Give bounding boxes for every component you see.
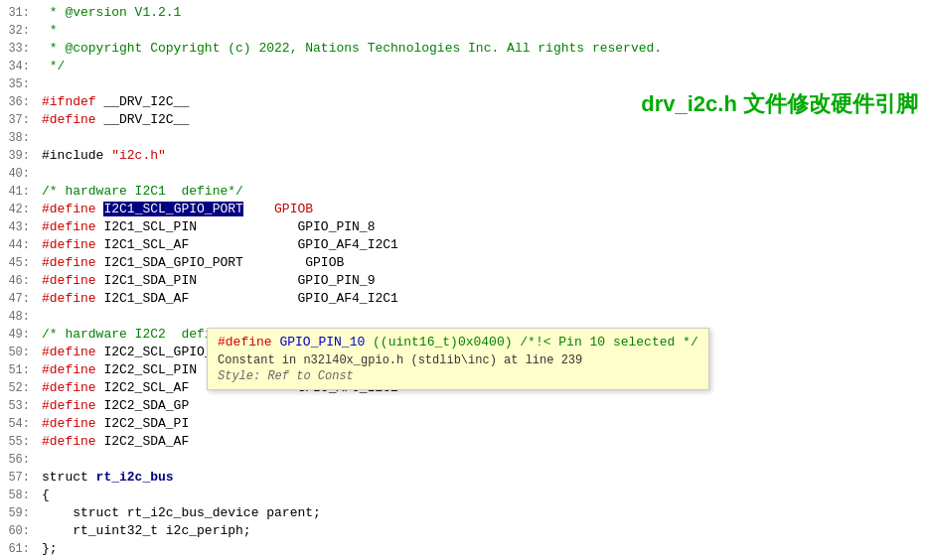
code-line: 31: * @version V1.2.1 bbox=[0, 4, 928, 22]
line-content: */ bbox=[38, 58, 928, 75]
code-area: 31: * @version V1.2.132: *33: * @copyrig… bbox=[0, 0, 928, 560]
line-content: #define I2C2_SDA_PI bbox=[38, 415, 928, 433]
code-line: 56: bbox=[0, 451, 928, 469]
line-content: struct rt_i2c_bus_device parent; bbox=[38, 504, 928, 522]
code-line: 32: * bbox=[0, 22, 928, 40]
line-number: 60: bbox=[0, 522, 38, 540]
line-number: 33: bbox=[0, 40, 38, 58]
code-line: 34: */ bbox=[0, 58, 928, 75]
line-content: #include "i2c.h" bbox=[38, 147, 928, 165]
line-number: 45: bbox=[0, 254, 38, 272]
line-number: 61: bbox=[0, 540, 38, 558]
line-content: * @version V1.2.1 bbox=[38, 4, 928, 22]
code-line: 45:#define I2C1_SDA_GPIO_PORT GPIOB bbox=[0, 254, 928, 272]
line-number: 42: bbox=[0, 201, 38, 218]
line-content bbox=[38, 451, 928, 469]
code-line: 40: bbox=[0, 165, 928, 183]
line-content bbox=[38, 165, 928, 183]
line-content: #define I2C1_SCL_GPIO_PORT GPIOB bbox=[38, 201, 928, 218]
line-content: #define I2C1_SDA_GPIO_PORT GPIOB bbox=[38, 254, 928, 272]
line-content: * @copyright Copyright (c) 2022, Nations… bbox=[38, 40, 928, 58]
line-number: 36: bbox=[0, 93, 38, 111]
line-number: 58: bbox=[0, 487, 38, 504]
code-line: 48: bbox=[0, 308, 928, 326]
code-line: 39:#include "i2c.h" bbox=[0, 147, 928, 165]
line-number: 56: bbox=[0, 451, 38, 469]
line-number: 55: bbox=[0, 433, 38, 451]
tooltip-location: Constant in n32l40x_gpio.h (stdlib\inc) … bbox=[218, 353, 698, 367]
line-number: 51: bbox=[0, 361, 38, 379]
line-number: 35: bbox=[0, 75, 38, 93]
line-content: #define I2C1_SCL_PIN GPIO_PIN_8 bbox=[38, 218, 928, 236]
line-content: * bbox=[38, 22, 928, 40]
code-line: 38: bbox=[0, 129, 928, 147]
line-number: 38: bbox=[0, 129, 38, 147]
line-content: #define I2C1_SDA_AF GPIO_AF4_I2C1 bbox=[38, 290, 928, 308]
code-line: 33: * @copyright Copyright (c) 2022, Nat… bbox=[0, 40, 928, 58]
line-content: rt_uint32_t i2c_periph; bbox=[38, 522, 928, 540]
line-content: }; bbox=[38, 540, 928, 558]
tooltip-popup: #define GPIO_PIN_10 ((uint16_t)0x0400) /… bbox=[207, 328, 709, 390]
code-line: 42:#define I2C1_SCL_GPIO_PORT GPIOB bbox=[0, 201, 928, 218]
line-number: 39: bbox=[0, 147, 38, 165]
code-line: 59: struct rt_i2c_bus_device parent; bbox=[0, 504, 928, 522]
line-content: #define I2C1_SDA_PIN GPIO_PIN_9 bbox=[38, 272, 928, 290]
line-number: 59: bbox=[0, 504, 38, 522]
code-line: 61:}; bbox=[0, 540, 928, 558]
code-line: 60: rt_uint32_t i2c_periph; bbox=[0, 522, 928, 540]
line-number: 44: bbox=[0, 236, 38, 254]
line-number: 31: bbox=[0, 4, 38, 22]
code-line: 41:/* hardware I2C1 define*/ bbox=[0, 183, 928, 201]
tooltip-macro-name: GPIO_PIN_10 bbox=[279, 335, 365, 350]
code-line: 43:#define I2C1_SCL_PIN GPIO_PIN_8 bbox=[0, 218, 928, 236]
tooltip-macro-rest: ((uint16_t)0x0400) /*!< Pin 10 selected … bbox=[373, 335, 698, 350]
line-content: #define I2C2_SDA_AF bbox=[38, 433, 928, 451]
tooltip-define-kw: #define bbox=[218, 335, 272, 350]
annotation-text: drv_i2c.h 文件修改硬件引脚 bbox=[641, 89, 918, 119]
line-number: 57: bbox=[0, 469, 38, 487]
code-container: 31: * @version V1.2.132: *33: * @copyrig… bbox=[0, 0, 928, 560]
line-number: 54: bbox=[0, 415, 38, 433]
tooltip-definition: #define GPIO_PIN_10 ((uint16_t)0x0400) /… bbox=[218, 335, 698, 350]
code-line: 53:#define I2C2_SDA_GP bbox=[0, 397, 928, 415]
code-line: 44:#define I2C1_SCL_AF GPIO_AF4_I2C1 bbox=[0, 236, 928, 254]
code-line: 57:struct rt_i2c_bus bbox=[0, 469, 928, 487]
code-line: 54:#define I2C2_SDA_PI bbox=[0, 415, 928, 433]
line-content bbox=[38, 308, 928, 326]
line-number: 48: bbox=[0, 308, 38, 326]
line-number: 34: bbox=[0, 58, 38, 75]
line-content: { bbox=[38, 487, 928, 504]
line-number: 52: bbox=[0, 379, 38, 397]
line-number: 37: bbox=[0, 111, 38, 129]
line-number: 40: bbox=[0, 165, 38, 183]
line-content: struct rt_i2c_bus bbox=[38, 469, 928, 487]
code-line: 47:#define I2C1_SDA_AF GPIO_AF4_I2C1 bbox=[0, 290, 928, 308]
line-content: /* hardware I2C1 define*/ bbox=[38, 183, 928, 201]
line-number: 47: bbox=[0, 290, 38, 308]
line-content bbox=[38, 129, 928, 147]
line-content: #define I2C1_SCL_AF GPIO_AF4_I2C1 bbox=[38, 236, 928, 254]
tooltip-style: Style: Ref to Const bbox=[218, 369, 698, 383]
code-line: 46:#define I2C1_SDA_PIN GPIO_PIN_9 bbox=[0, 272, 928, 290]
line-number: 41: bbox=[0, 183, 38, 201]
line-number: 46: bbox=[0, 272, 38, 290]
line-content: #define I2C2_SDA_GP bbox=[38, 397, 928, 415]
line-number: 32: bbox=[0, 22, 38, 40]
code-line: 55:#define I2C2_SDA_AF bbox=[0, 433, 928, 451]
line-number: 49: bbox=[0, 326, 38, 344]
code-line: 58:{ bbox=[0, 487, 928, 504]
line-number: 50: bbox=[0, 344, 38, 361]
line-number: 53: bbox=[0, 397, 38, 415]
line-number: 43: bbox=[0, 218, 38, 236]
